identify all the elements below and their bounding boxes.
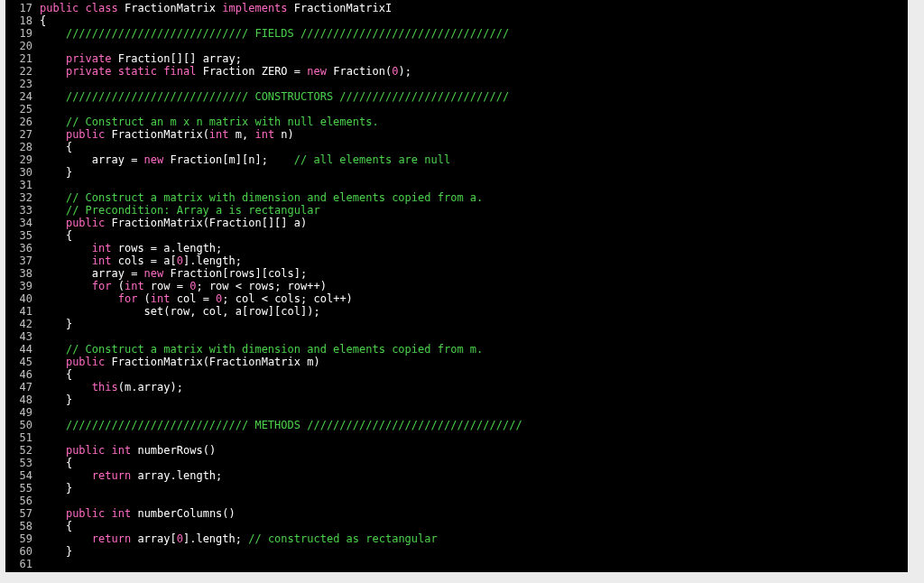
code-line: 27 public FractionMatrix(int m, int n) bbox=[5, 128, 908, 141]
code-line: 22 private static final Fraction ZERO = … bbox=[5, 65, 908, 78]
token-cm: // Construct a matrix with dimension and… bbox=[66, 343, 483, 356]
line-number: 28 bbox=[5, 141, 40, 153]
line-number: 37 bbox=[5, 254, 40, 267]
token-id: row = bbox=[144, 280, 190, 292]
token-id: (m.array); bbox=[118, 381, 183, 393]
token-id: ].length; bbox=[183, 254, 242, 267]
line-number: 60 bbox=[5, 545, 40, 558]
code-area: 17public class FractionMatrix implements… bbox=[5, 0, 908, 572]
line-number: 23 bbox=[5, 78, 40, 90]
line-number: 55 bbox=[5, 482, 40, 495]
token-id: { bbox=[40, 229, 72, 242]
code-line: 21 private Fraction[][] array; bbox=[5, 52, 908, 65]
code-line: 19 //////////////////////////// FIELDS /… bbox=[5, 27, 908, 40]
code-content: { bbox=[40, 141, 908, 153]
token-id: Fraction[][] array; bbox=[111, 52, 242, 65]
token-kw: int bbox=[125, 280, 144, 292]
line-number: 31 bbox=[5, 179, 40, 191]
code-editor: 17public class FractionMatrix implements… bbox=[0, 0, 924, 583]
token-id bbox=[40, 532, 92, 545]
token-kw: int bbox=[112, 507, 132, 520]
code-line: 53 { bbox=[5, 457, 908, 469]
line-number: 61 bbox=[5, 558, 40, 570]
token-id: ); bbox=[398, 65, 411, 78]
token-num: 0 bbox=[177, 254, 183, 267]
code-line: 25 bbox=[5, 103, 908, 116]
code-line: 57 public int numberColumns() bbox=[5, 507, 908, 520]
token-id: Fraction( bbox=[327, 65, 392, 78]
line-number: 32 bbox=[5, 191, 40, 204]
line-number: 29 bbox=[5, 153, 40, 166]
code-content: // Precondition: Array a is rectangular bbox=[40, 204, 908, 217]
code-content bbox=[40, 495, 908, 507]
line-number: 40 bbox=[5, 292, 40, 305]
code-content: //////////////////////////// FIELDS ////… bbox=[40, 27, 908, 40]
token-id: Fraction[rows][cols]; bbox=[163, 267, 307, 280]
line-number: 36 bbox=[5, 242, 40, 254]
token-kw: private bbox=[66, 65, 112, 78]
code-line: 55 } bbox=[5, 482, 908, 495]
line-number: 47 bbox=[5, 381, 40, 393]
token-id bbox=[105, 444, 111, 457]
line-number: 54 bbox=[5, 469, 40, 482]
token-id: { bbox=[40, 141, 72, 153]
code-content bbox=[40, 406, 908, 419]
code-line: 39 for (int row = 0; row < rows; row++) bbox=[5, 280, 908, 292]
code-line: 60 } bbox=[5, 545, 908, 558]
token-id: numberRows() bbox=[131, 444, 216, 457]
code-line: 54 return array.length; bbox=[5, 469, 908, 482]
code-line: 28 { bbox=[5, 141, 908, 153]
code-line: 36 int rows = a.length; bbox=[5, 242, 908, 254]
line-number: 33 bbox=[5, 204, 40, 217]
token-kw: new bbox=[307, 65, 327, 78]
line-number: 26 bbox=[5, 116, 40, 128]
line-number: 24 bbox=[5, 90, 40, 103]
token-cm: //////////////////////////// CONSTRUCTOR… bbox=[66, 90, 509, 103]
line-number: 34 bbox=[5, 217, 40, 229]
token-cm: // Construct an m x n matrix with null e… bbox=[66, 116, 379, 128]
code-content bbox=[40, 103, 908, 116]
token-id: rows = a.length; bbox=[111, 242, 222, 254]
code-line: 17public class FractionMatrix implements… bbox=[5, 2, 908, 14]
code-line: 50 //////////////////////////// METHODS … bbox=[5, 419, 908, 431]
code-line: 46 { bbox=[5, 368, 908, 381]
code-content bbox=[40, 431, 908, 444]
code-content: public int numberRows() bbox=[40, 444, 908, 457]
token-kw: public bbox=[66, 217, 105, 229]
code-content bbox=[40, 179, 908, 191]
code-content: int rows = a.length; bbox=[40, 242, 908, 254]
token-id bbox=[40, 90, 66, 103]
token-kw: public bbox=[66, 356, 105, 368]
token-id: n) bbox=[274, 128, 294, 141]
token-cm: // all elements are null bbox=[294, 153, 450, 166]
token-kw: for bbox=[92, 280, 112, 292]
code-line: 45 public FractionMatrix(FractionMatrix … bbox=[5, 356, 908, 368]
code-line: 34 public FractionMatrix(Fraction[][] a) bbox=[5, 217, 908, 229]
token-id: col = bbox=[171, 292, 217, 305]
line-number: 44 bbox=[5, 343, 40, 356]
token-id: numberColumns() bbox=[131, 507, 236, 520]
token-id bbox=[40, 356, 66, 368]
code-content: public FractionMatrix(int m, int n) bbox=[40, 128, 908, 141]
token-id: FractionMatrix(Fraction[][] a) bbox=[105, 217, 307, 229]
code-content: this(m.array); bbox=[40, 381, 908, 393]
code-content: return array.length; bbox=[40, 469, 908, 482]
token-cm: // Construct a matrix with dimension and… bbox=[66, 191, 483, 204]
code-content: { bbox=[40, 229, 908, 242]
token-kw: public bbox=[40, 2, 79, 14]
code-content: } bbox=[40, 482, 908, 495]
token-kw: public bbox=[66, 128, 105, 141]
code-line: 52 public int numberRows() bbox=[5, 444, 908, 457]
code-content: public FractionMatrix(FractionMatrix m) bbox=[40, 356, 908, 368]
code-content: private static final Fraction ZERO = new… bbox=[40, 65, 908, 78]
code-line: 42 } bbox=[5, 318, 908, 330]
code-content: array = new Fraction[m][n]; // all eleme… bbox=[40, 153, 908, 166]
code-content: } bbox=[40, 166, 908, 179]
token-id bbox=[40, 191, 66, 204]
code-content: private Fraction[][] array; bbox=[40, 52, 908, 65]
line-number: 57 bbox=[5, 507, 40, 520]
token-kw: private bbox=[66, 52, 112, 65]
token-cm: //////////////////////////// METHODS ///… bbox=[66, 419, 522, 431]
token-kw: return bbox=[92, 532, 131, 545]
token-kw: int bbox=[92, 254, 112, 267]
